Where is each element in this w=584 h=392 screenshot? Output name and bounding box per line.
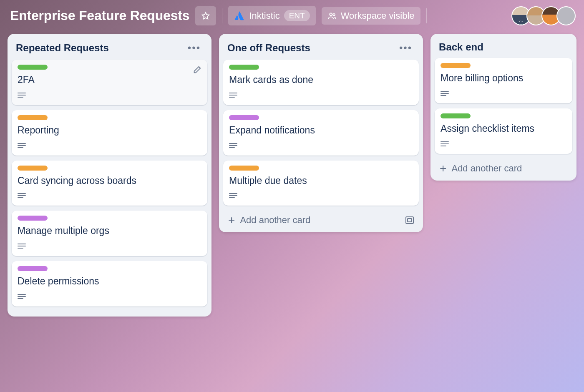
card-label[interactable]: [18, 266, 48, 271]
card-label[interactable]: [18, 166, 48, 171]
description-icon: [229, 193, 413, 200]
list-header: One off Requests•••: [223, 40, 419, 60]
card-label[interactable]: [229, 65, 259, 70]
add-card-button[interactable]: +Add another card: [223, 211, 419, 227]
card-template-button[interactable]: [405, 216, 415, 225]
card[interactable]: Expand notifications: [223, 110, 419, 156]
pencil-icon: [192, 65, 201, 75]
description-icon: [18, 193, 201, 200]
card-title: Mark cards as done: [229, 74, 413, 86]
svg-point-1: [333, 13, 335, 15]
add-card-button[interactable]: +Add another card: [435, 159, 572, 176]
board-title[interactable]: Enterprise Feature Requests: [10, 8, 189, 23]
card[interactable]: Delete permissions: [12, 261, 207, 307]
plus-icon: +: [440, 164, 446, 173]
visibility-label: Workspace visible: [341, 11, 415, 20]
description-icon: [18, 143, 201, 150]
card[interactable]: Mark cards as done: [223, 60, 419, 105]
add-card-label: Add another card: [240, 215, 310, 226]
card-label[interactable]: [18, 216, 48, 221]
card-title: Card syncing across boards: [18, 175, 201, 187]
card-title: Multiple due dates: [229, 175, 413, 187]
plus-icon: +: [228, 216, 235, 224]
svg-point-0: [330, 13, 332, 15]
workspace-tier-badge: ENT: [284, 10, 310, 21]
description-icon: [441, 91, 566, 98]
card-title: Reporting: [18, 124, 201, 136]
people-icon: [327, 11, 337, 20]
card[interactable]: More billing options: [435, 58, 572, 103]
card-label[interactable]: [18, 115, 48, 120]
list-title[interactable]: Repeated Requests: [16, 42, 109, 54]
card[interactable]: Assign checklist items: [435, 108, 572, 154]
card-label[interactable]: [18, 65, 48, 70]
card[interactable]: Manage multiple orgs: [12, 211, 207, 256]
card-title: Delete permissions: [18, 275, 201, 287]
star-icon: [201, 11, 210, 20]
card-title: Expand notifications: [229, 124, 413, 136]
list: Repeated Requests•••2FAReportingCard syn…: [8, 34, 211, 317]
card[interactable]: 2FA: [12, 60, 207, 105]
card-label[interactable]: [229, 115, 259, 120]
card-title: Assign checklist items: [441, 123, 566, 135]
visibility-button[interactable]: Workspace visible: [322, 7, 420, 25]
avatar[interactable]: [556, 6, 576, 25]
board-header: Enterprise Feature Requests Inktistic EN…: [0, 0, 584, 30]
template-icon: [405, 216, 415, 225]
list-menu-button[interactable]: •••: [397, 41, 415, 55]
workspace-button[interactable]: Inktistic ENT: [228, 6, 315, 25]
svg-rect-3: [408, 219, 412, 222]
header-divider: [222, 8, 222, 23]
card[interactable]: Reporting: [12, 110, 207, 156]
list-title[interactable]: One off Requests: [227, 42, 310, 54]
member-avatars: ︿︿: [516, 6, 576, 25]
card-title: Manage multiple orgs: [18, 225, 201, 237]
description-icon: [229, 93, 413, 99]
list: Back endMore billing optionsAssign check…: [430, 34, 576, 181]
description-icon: [18, 244, 201, 250]
svg-rect-2: [406, 217, 413, 224]
header-divider: [426, 8, 427, 23]
description-icon: [18, 93, 201, 99]
list-header: Repeated Requests•••: [12, 40, 207, 60]
star-button[interactable]: [195, 6, 216, 25]
workspace-name: Inktistic: [249, 11, 279, 20]
card-title: 2FA: [18, 74, 201, 86]
edit-card-button[interactable]: [192, 65, 201, 75]
atlassian-icon: [234, 10, 245, 21]
card-label[interactable]: [229, 166, 259, 171]
description-icon: [441, 141, 566, 148]
list-header: Back end: [435, 40, 572, 58]
description-icon: [229, 143, 413, 150]
card-label[interactable]: [441, 113, 471, 118]
card-title: More billing options: [441, 72, 566, 84]
card[interactable]: Multiple due dates: [223, 161, 419, 206]
add-card-label: Add another card: [451, 163, 522, 174]
list-title[interactable]: Back end: [439, 41, 483, 53]
card[interactable]: Card syncing across boards: [12, 161, 207, 206]
list-menu-button[interactable]: •••: [185, 41, 203, 55]
card-label[interactable]: [441, 63, 471, 68]
description-icon: [18, 294, 201, 301]
chevron-up-icon: ︿︿: [519, 19, 524, 25]
board-canvas: Repeated Requests•••2FAReportingCard syn…: [0, 30, 584, 324]
list: One off Requests•••Mark cards as doneExp…: [219, 34, 423, 232]
